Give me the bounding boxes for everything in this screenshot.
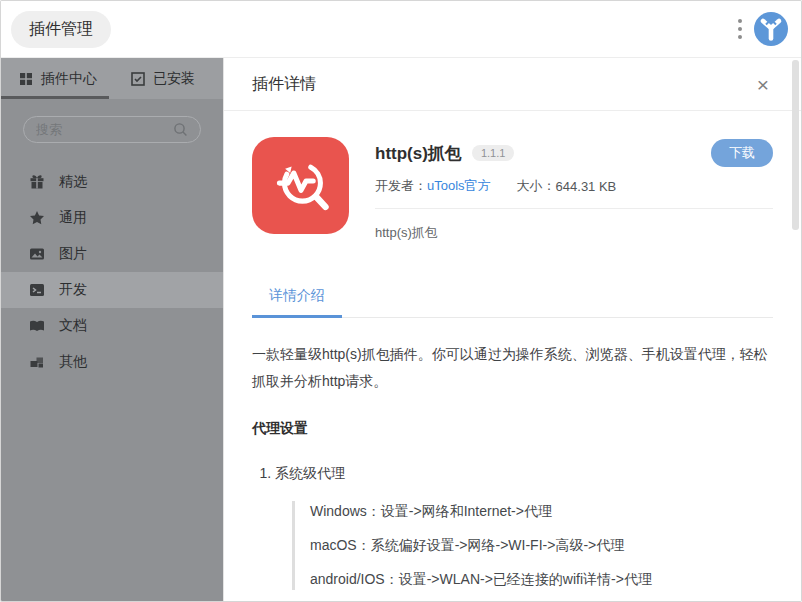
intro-paragraph: 一款轻量级http(s)抓包插件。你可以通过为操作系统、浏览器、手机设置代理，轻… — [252, 341, 773, 396]
tab-plugin-center[interactable]: 插件中心 — [19, 70, 97, 88]
scrollbar-thumb[interactable] — [792, 60, 799, 230]
quote-line: Windows：设置->网络和Internet->代理 — [310, 501, 773, 522]
sidebar-tab-bar: 插件中心 已安装 ⋮ — [1, 58, 223, 99]
sidebar-item-label: 图片 — [59, 245, 87, 263]
sidebar: 插件中心 已安装 ⋮ — [1, 58, 223, 601]
pulse-magnifier-icon — [265, 150, 337, 222]
plugin-summary: http(s)抓包 — [375, 224, 773, 242]
sidebar-item-label: 通用 — [59, 209, 87, 227]
search-icon — [173, 122, 188, 137]
blocks-icon — [29, 354, 45, 370]
plugin-info: http(s)抓包 1.1.1 下载 开发者： uTools官方 大小： 644… — [375, 137, 773, 242]
utools-logo-icon — [753, 11, 789, 47]
sidebar-item-label: 精选 — [59, 173, 87, 191]
download-button[interactable]: 下载 — [711, 139, 773, 167]
developer-label: 开发者： — [375, 177, 427, 195]
category-nav: 精选 通用 图片 — [1, 164, 223, 380]
section-title: 代理设置 — [252, 420, 773, 438]
tab-installed-label: 已安装 — [153, 70, 195, 88]
plugin-name: http(s)抓包 — [375, 142, 462, 165]
tab-details-intro[interactable]: 详情介绍 — [252, 287, 342, 318]
sidebar-item-label: 其他 — [59, 353, 87, 371]
size-label: 大小： — [517, 177, 556, 195]
sidebar-item-images[interactable]: 图片 — [1, 236, 223, 272]
size-value: 644.31 KB — [556, 179, 617, 194]
detail-tabs: 详情介绍 — [252, 286, 773, 318]
gift-icon — [29, 174, 45, 190]
quote-block: Windows：设置->网络和Internet->代理 macOS：系统偏好设置… — [292, 501, 773, 590]
tab-plugin-center-label: 插件中心 — [41, 70, 97, 88]
detail-title: 插件详情 — [252, 74, 316, 95]
instruction-list: 系统级代理 Windows：设置->网络和Internet->代理 macOS：… — [252, 460, 773, 601]
book-icon — [29, 318, 45, 334]
checkbox-icon — [131, 72, 145, 86]
quote-line: android/IOS：设置->WLAN->已经连接的wifi详情->代理 — [310, 569, 773, 590]
app-title: 插件管理 — [11, 11, 111, 48]
plugin-detail-panel: 插件详情 × http(s)抓包 — [223, 58, 801, 601]
topbar-right — [736, 11, 791, 47]
kebab-menu-icon[interactable] — [736, 15, 744, 43]
sidebar-item-general[interactable]: 通用 — [1, 200, 223, 236]
sidebar-item-documents[interactable]: 文档 — [1, 308, 223, 344]
detail-content: http(s)抓包 1.1.1 下载 开发者： uTools官方 大小： 644… — [224, 111, 801, 601]
search-box[interactable] — [23, 116, 201, 143]
main-area: 插件中心 已安装 ⋮ — [1, 58, 801, 601]
plugin-title-row: http(s)抓包 1.1.1 下载 — [375, 139, 773, 167]
plugin-meta-row: 开发者： uTools官方 大小： 644.31 KB — [375, 177, 773, 195]
sidebar-item-other[interactable]: 其他 — [1, 344, 223, 380]
top-bar: 插件管理 — [1, 1, 801, 58]
info-divider — [375, 208, 773, 209]
close-icon[interactable]: × — [753, 72, 773, 97]
list-item-text: 系统级代理 — [275, 465, 345, 481]
app-window: 插件管理 — [0, 0, 802, 602]
quote-line: macOS：系统偏好设置->网络->WI-FI->高级->代理 — [310, 535, 773, 556]
active-tab-underline — [1, 96, 109, 99]
detail-header: 插件详情 × — [224, 58, 801, 111]
sidebar-item-development[interactable]: 开发 — [1, 272, 223, 308]
sidebar-item-label: 文档 — [59, 317, 87, 335]
search-input[interactable] — [36, 122, 166, 137]
terminal-icon — [29, 282, 45, 298]
grid-icon — [19, 72, 33, 86]
sidebar-item-label: 开发 — [59, 281, 87, 299]
developer-link[interactable]: uTools官方 — [427, 177, 491, 195]
tab-installed[interactable]: 已安装 — [131, 70, 195, 88]
detail-article: 一款轻量级http(s)抓包插件。你可以通过为操作系统、浏览器、手机设置代理，轻… — [252, 341, 773, 601]
sidebar-item-featured[interactable]: 精选 — [1, 164, 223, 200]
image-icon — [29, 246, 45, 262]
list-item: 系统级代理 Windows：设置->网络和Internet->代理 macOS：… — [275, 460, 773, 591]
star-icon — [29, 210, 45, 226]
version-badge: 1.1.1 — [472, 145, 514, 161]
plugin-card: http(s)抓包 1.1.1 下载 开发者： uTools官方 大小： 644… — [252, 137, 773, 242]
plugin-app-icon — [252, 137, 349, 234]
